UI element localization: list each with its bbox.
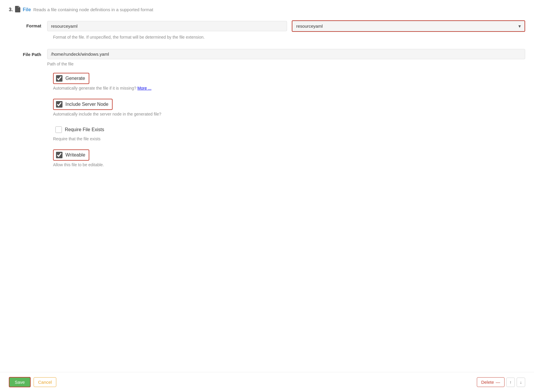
writeable-border: Writeable: [53, 149, 89, 161]
writeable-section: Writeable Allow this file to be editable…: [53, 149, 525, 173]
require-file-exists-label: Require File Exists: [65, 127, 104, 132]
cancel-button[interactable]: Cancel: [34, 377, 56, 387]
page-container: 3. File Reads a file containing node def…: [0, 0, 534, 392]
file-icon: [15, 6, 20, 13]
writeable-label: Writeable: [65, 152, 85, 158]
generate-checkbox-border: Generate: [53, 73, 89, 84]
step-number: 3.: [9, 7, 13, 12]
include-server-node-label: Include Server Node: [65, 102, 108, 107]
require-file-exists-checkbox[interactable]: [55, 126, 62, 133]
file-path-input[interactable]: [47, 49, 525, 59]
require-file-exists-hint: Require that the file exists: [53, 136, 525, 141]
generate-more-link[interactable]: More ...: [137, 86, 151, 90]
include-server-node-hint: Automatically include the server node in…: [53, 112, 525, 116]
require-file-exists-section: Require File Exists Require that the fil…: [53, 125, 525, 147]
format-select[interactable]: resourceyaml resourcexml json: [292, 21, 525, 31]
minus-icon: —: [496, 380, 500, 385]
file-path-label: File Path: [9, 49, 47, 57]
writeable-checkbox[interactable]: [56, 152, 62, 158]
require-file-exists-row: Require File Exists: [53, 125, 525, 135]
include-server-node-row: Include Server Node: [53, 99, 525, 110]
file-path-row: File Path Path of the file: [9, 49, 525, 71]
move-down-button[interactable]: ↓: [517, 378, 525, 387]
generate-hint: Automatically generate the file if it is…: [53, 86, 525, 90]
include-server-node-border: Include Server Node: [53, 99, 113, 110]
generate-checkbox[interactable]: [56, 75, 62, 82]
format-label: Format: [9, 20, 47, 28]
generate-checkbox-row: Generate: [53, 73, 525, 84]
file-path-control: Path of the file: [47, 49, 525, 71]
header-description: Reads a file containing node definitions…: [33, 7, 153, 12]
file-path-hint: Path of the file: [47, 62, 525, 66]
include-server-node-checkbox[interactable]: [56, 101, 62, 108]
delete-button[interactable]: Delete —: [477, 377, 505, 387]
bottom-left-actions: Save Cancel: [9, 377, 56, 387]
generate-section: Generate Automatically generate the file…: [53, 73, 525, 96]
require-file-exists-wrap: Require File Exists: [53, 125, 108, 135]
save-button[interactable]: Save: [9, 377, 31, 387]
header-row: 3. File Reads a file containing node def…: [9, 6, 525, 13]
format-text-input[interactable]: [47, 21, 287, 31]
generate-label: Generate: [65, 76, 85, 81]
include-server-node-section: Include Server Node Automatically includ…: [53, 99, 525, 122]
writeable-row: Writeable: [53, 149, 525, 161]
format-row: Format resourceyaml resourcexml json ▼: [9, 20, 525, 32]
form-section: Format resourceyaml resourcexml json ▼ F…: [9, 20, 525, 175]
file-link[interactable]: File: [23, 7, 31, 12]
bottom-right-actions: Delete — ↑ ↓: [477, 377, 525, 387]
bottom-bar: Save Cancel Delete — ↑ ↓: [0, 372, 534, 392]
format-hint: Format of the file. If unspecified, the …: [53, 35, 525, 39]
move-up-button[interactable]: ↑: [506, 378, 515, 387]
format-inputs: resourceyaml resourcexml json ▼: [47, 20, 525, 32]
writeable-hint: Allow this file to be editable.: [53, 162, 525, 167]
format-select-wrap: resourceyaml resourcexml json ▼: [292, 20, 525, 32]
